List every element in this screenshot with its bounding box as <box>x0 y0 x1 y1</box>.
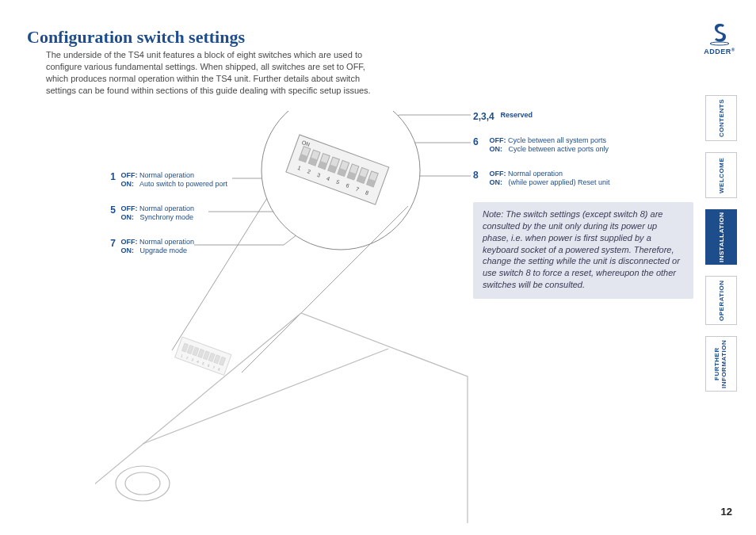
tab-contents[interactable]: CONTENTS <box>705 95 737 141</box>
side-nav: CONTENTS WELCOME INSTALLATION OPERATION … <box>705 95 737 403</box>
logo-text: ADDER <box>704 48 731 55</box>
snake-icon <box>707 22 732 46</box>
svg-line-39 <box>172 198 267 350</box>
intro-paragraph: The underside of the TS4 unit features a… <box>46 49 371 96</box>
tab-further-information[interactable]: FURTHER INFORMATION <box>705 336 737 392</box>
page: Configuration switch settings The unders… <box>0 0 756 535</box>
svg-rect-43 <box>175 337 231 375</box>
svg-point-41 <box>116 466 170 501</box>
tab-operation[interactable]: OPERATION <box>705 276 737 325</box>
svg-point-42 <box>125 472 160 495</box>
dip-switch-diagram: ON <box>95 111 507 523</box>
tab-welcome[interactable]: WELCOME <box>705 152 737 198</box>
page-title: Configuration switch settings <box>27 27 245 48</box>
adder-logo: ADDER® <box>702 22 737 55</box>
page-number: 12 <box>721 506 732 518</box>
tab-installation[interactable]: INSTALLATION <box>705 209 737 265</box>
svg-point-60 <box>710 42 729 45</box>
